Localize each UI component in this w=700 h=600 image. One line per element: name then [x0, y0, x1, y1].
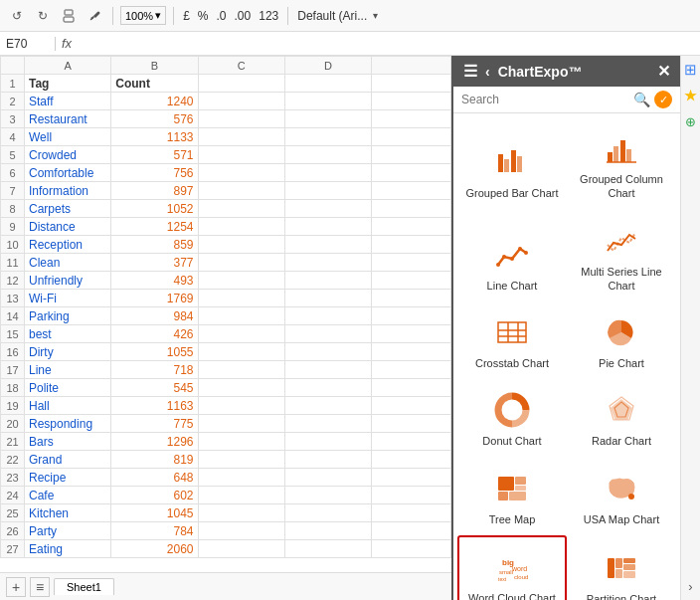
cell-tag[interactable]: Distance: [25, 218, 111, 236]
cell-d[interactable]: [284, 146, 371, 164]
cell-d[interactable]: [284, 469, 371, 487]
cell-c[interactable]: [198, 236, 284, 254]
cell-d[interactable]: [284, 379, 371, 397]
cell-value[interactable]: 756: [111, 164, 198, 182]
cell-c[interactable]: [198, 504, 284, 522]
cell-value[interactable]: 2060: [111, 540, 198, 558]
cell-value[interactable]: 859: [111, 236, 198, 254]
cell-c[interactable]: [198, 307, 284, 325]
cell-e[interactable]: [372, 307, 451, 325]
cell-e[interactable]: [372, 254, 451, 272]
decimal00-btn[interactable]: .00: [233, 9, 254, 23]
cell-d[interactable]: [284, 397, 371, 415]
cell-tag[interactable]: Carpets: [25, 200, 111, 218]
cell-c[interactable]: [198, 272, 284, 290]
sheet-tab-sheet1[interactable]: Sheet1: [54, 578, 114, 595]
cell-c[interactable]: [198, 379, 284, 397]
cell-value[interactable]: 377: [111, 254, 198, 272]
cell-d[interactable]: [284, 487, 371, 504]
cell-c[interactable]: [198, 487, 284, 504]
cell-tag[interactable]: Line: [25, 361, 111, 379]
cell-e[interactable]: [372, 93, 451, 110]
cell-e[interactable]: [372, 164, 451, 182]
cell-d[interactable]: [284, 325, 371, 343]
cell-value[interactable]: 1055: [111, 343, 198, 361]
cell-c[interactable]: [198, 540, 284, 558]
print-button[interactable]: [58, 5, 80, 27]
cell-value[interactable]: 648: [111, 469, 198, 487]
redo-button[interactable]: ↻: [32, 5, 54, 27]
cell-value[interactable]: 784: [111, 522, 198, 540]
cell-e[interactable]: [372, 469, 451, 487]
col-header-b[interactable]: B: [111, 57, 198, 75]
chart-item-pie[interactable]: Pie Chart: [567, 301, 676, 379]
cell-value[interactable]: 984: [111, 307, 198, 325]
cell-d[interactable]: [284, 272, 371, 290]
cell-value[interactable]: 718: [111, 361, 198, 379]
cell-e[interactable]: [372, 504, 451, 522]
cell-d[interactable]: [284, 307, 371, 325]
cell-e[interactable]: [372, 272, 451, 290]
chart-item-donut[interactable]: Donut Chart: [457, 379, 567, 457]
cell-e[interactable]: [372, 236, 451, 254]
cell-e[interactable]: [372, 379, 451, 397]
cell-tag[interactable]: Well: [25, 128, 111, 146]
cell-d[interactable]: [284, 128, 371, 146]
cell-e[interactable]: [372, 397, 451, 415]
cell-value[interactable]: 1296: [111, 433, 198, 451]
chart-item-grouped-column[interactable]: Grouped Column Chart: [567, 117, 676, 210]
cell-c[interactable]: [198, 343, 284, 361]
cell-reference[interactable]: E70: [6, 37, 56, 51]
chart-item-grouped-bar[interactable]: Grouped Bar Chart: [457, 117, 567, 210]
cell-c[interactable]: [198, 110, 284, 128]
cell-d[interactable]: [284, 415, 371, 433]
cell-tag[interactable]: Grand: [25, 451, 111, 469]
col-header-e[interactable]: [372, 57, 451, 75]
cell-e[interactable]: [372, 218, 451, 236]
cell-tag[interactable]: Reception: [25, 236, 111, 254]
cell-d[interactable]: [284, 110, 371, 128]
cell-value[interactable]: 819: [111, 451, 198, 469]
cell-e[interactable]: [372, 146, 451, 164]
cell-tag[interactable]: Parking: [25, 307, 111, 325]
cell-c[interactable]: [198, 93, 284, 110]
decimal123-btn[interactable]: 123: [257, 9, 280, 23]
cell-tag[interactable]: Restaurant: [25, 110, 111, 128]
cell-value[interactable]: 426: [111, 325, 198, 343]
col-count-header[interactable]: Count: [111, 75, 198, 93]
cell-value[interactable]: 1769: [111, 290, 198, 307]
cell-value[interactable]: 1163: [111, 397, 198, 415]
cell-c1[interactable]: [198, 75, 284, 93]
cell-e[interactable]: [372, 110, 451, 128]
cell-value[interactable]: 545: [111, 379, 198, 397]
cell-tag[interactable]: Cafe: [25, 487, 111, 504]
cell-d[interactable]: [284, 236, 371, 254]
undo-button[interactable]: ↺: [6, 5, 28, 27]
col-header-d[interactable]: D: [284, 57, 371, 75]
cell-value[interactable]: 576: [111, 110, 198, 128]
cell-tag[interactable]: Clean: [25, 254, 111, 272]
cell-d[interactable]: [284, 218, 371, 236]
cell-d[interactable]: [284, 164, 371, 182]
cell-c[interactable]: [198, 218, 284, 236]
cell-d[interactable]: [284, 200, 371, 218]
cell-e[interactable]: [372, 290, 451, 307]
col-header-a[interactable]: A: [25, 57, 111, 75]
cell-tag[interactable]: Kitchen: [25, 504, 111, 522]
font-arrow[interactable]: ▾: [373, 10, 378, 21]
cell-tag[interactable]: Dirty: [25, 343, 111, 361]
cell-d[interactable]: [284, 540, 371, 558]
cell-tag[interactable]: Recipe: [25, 469, 111, 487]
zoom-control[interactable]: 100% ▾: [120, 6, 166, 25]
cell-c[interactable]: [198, 469, 284, 487]
cell-c[interactable]: [198, 182, 284, 200]
col-tag-header[interactable]: Tag: [25, 75, 111, 93]
cell-d[interactable]: [284, 343, 371, 361]
cell-value[interactable]: 1240: [111, 93, 198, 110]
cell-c[interactable]: [198, 451, 284, 469]
cell-e[interactable]: [372, 200, 451, 218]
cell-value[interactable]: 1045: [111, 504, 198, 522]
cell-e[interactable]: [372, 182, 451, 200]
cell-tag[interactable]: Eating: [25, 540, 111, 558]
add-sheet-button[interactable]: +: [6, 577, 26, 597]
